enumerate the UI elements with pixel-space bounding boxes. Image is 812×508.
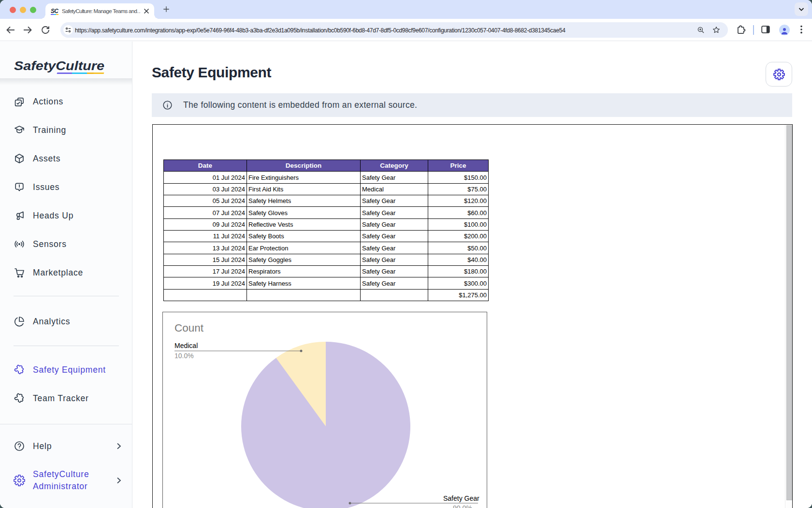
svg-text:SafetyCulture: SafetyCulture (14, 58, 104, 73)
